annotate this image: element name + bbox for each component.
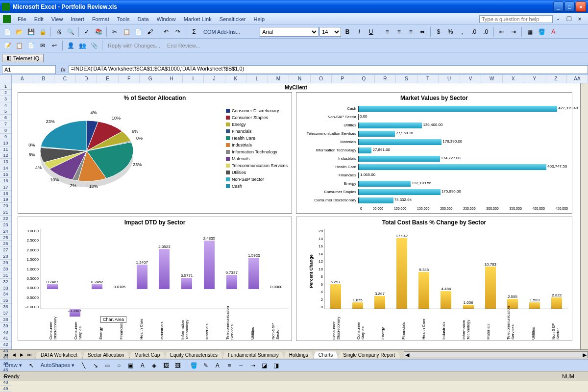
bold-button[interactable]: B bbox=[342, 26, 353, 37]
autosum-icon[interactable]: Σ bbox=[189, 26, 199, 37]
menu-data[interactable]: Data bbox=[133, 13, 152, 24]
3d-icon[interactable]: ◨ bbox=[271, 360, 282, 371]
format-painter-icon[interactable]: 🖌 bbox=[145, 26, 155, 37]
chart-cost-basis[interactable]: Total Cost Basis % Change by Sector Perc… bbox=[296, 217, 572, 341]
textbox-icon[interactable]: ▣ bbox=[125, 360, 136, 371]
select-object-icon[interactable]: ↖ bbox=[26, 360, 37, 371]
menu-help[interactable]: Help bbox=[249, 13, 269, 24]
fill-color-draw-icon[interactable]: 🪣 bbox=[189, 360, 199, 371]
diagram-icon[interactable]: ◈ bbox=[149, 360, 160, 371]
open-icon[interactable]: 📂 bbox=[14, 26, 24, 37]
copy-icon[interactable]: 📋 bbox=[121, 26, 132, 37]
borders-icon[interactable]: ▦ bbox=[524, 26, 535, 37]
review-icon-2[interactable]: 📋 bbox=[14, 40, 24, 51]
autoshapes-menu[interactable]: AutoShapes ▾ bbox=[38, 362, 77, 368]
picture-icon[interactable]: 🖼 bbox=[172, 360, 183, 371]
horizontal-scrollbar[interactable]: ◀▶ bbox=[404, 351, 588, 358]
vertical-scrollbar[interactable] bbox=[580, 83, 588, 349]
menu-sensiticker[interactable]: Sensiticker bbox=[216, 13, 250, 24]
row-headers[interactable]: 1234567891011121314151617181920212223242… bbox=[0, 83, 12, 349]
currency-icon[interactable]: $ bbox=[433, 26, 444, 37]
doc-icon[interactable] bbox=[3, 15, 11, 23]
doc-minimize-button[interactable]: - bbox=[553, 14, 564, 24]
review-icon-7[interactable]: 👥 bbox=[77, 40, 88, 51]
tab-first-icon[interactable]: ⏮ bbox=[2, 352, 10, 357]
line-style-icon[interactable]: ≡ bbox=[224, 360, 235, 371]
paste-icon[interactable]: 📄 bbox=[133, 26, 144, 37]
clipart-icon[interactable]: 🖼 bbox=[161, 360, 172, 371]
review-icon-4[interactable]: ✉ bbox=[37, 40, 48, 51]
menu-view[interactable]: View bbox=[48, 13, 67, 24]
chart-sector-allocation[interactable]: % of Sector Allocation 4%10%6%0%23%10%2%… bbox=[18, 92, 292, 214]
select-all-corner[interactable] bbox=[0, 75, 12, 83]
sheet-tab-market-cap[interactable]: Market Cap bbox=[129, 351, 166, 359]
sheet-tab-single-company-report[interactable]: Single Company Report bbox=[338, 351, 400, 359]
doc-close-button[interactable]: × bbox=[574, 14, 585, 24]
wordart-icon[interactable]: A bbox=[137, 360, 148, 371]
tab-next-icon[interactable]: ▶ bbox=[18, 352, 25, 357]
arrow-style-icon[interactable]: ⇢ bbox=[247, 360, 258, 371]
oval-icon[interactable]: ○ bbox=[114, 360, 124, 371]
font-color-draw-icon[interactable]: A bbox=[212, 360, 223, 371]
menu-marketlink[interactable]: Market Link bbox=[180, 13, 216, 24]
help-search-input[interactable] bbox=[479, 15, 553, 23]
dec-decimal-icon[interactable]: .0 bbox=[480, 26, 491, 37]
font-color-icon[interactable]: A bbox=[548, 26, 559, 37]
review-icon-8[interactable]: 📎 bbox=[89, 40, 99, 51]
align-left-icon[interactable]: ≡ bbox=[382, 26, 392, 37]
com-addins-button[interactable]: COM Add-Ins... bbox=[200, 29, 243, 35]
fill-color-icon[interactable]: 🪣 bbox=[536, 26, 547, 37]
comma-icon[interactable]: , bbox=[457, 26, 467, 37]
fx-icon[interactable]: fx bbox=[58, 67, 69, 73]
menu-edit[interactable]: Edit bbox=[30, 13, 48, 24]
redo-icon[interactable]: ↷ bbox=[172, 26, 183, 37]
percent-icon[interactable]: % bbox=[445, 26, 456, 37]
review-icon-6[interactable]: 👤 bbox=[65, 40, 76, 51]
italic-button[interactable]: I bbox=[354, 26, 365, 37]
cut-icon[interactable]: ✂ bbox=[109, 26, 120, 37]
font-name-select[interactable]: Arial bbox=[260, 27, 318, 37]
research-icon[interactable]: 📚 bbox=[93, 26, 104, 37]
menu-window[interactable]: Window bbox=[153, 13, 180, 24]
dec-indent-icon[interactable]: ⇤ bbox=[496, 26, 507, 37]
name-box[interactable] bbox=[2, 65, 56, 74]
inc-decimal-icon[interactable]: .0 bbox=[468, 26, 479, 37]
draw-menu[interactable]: Draw ▾ bbox=[2, 362, 25, 368]
arrow-icon[interactable]: ↘ bbox=[90, 360, 101, 371]
undo-icon[interactable]: ↶ bbox=[161, 26, 172, 37]
close-button[interactable]: × bbox=[576, 1, 586, 12]
sheet-tab-data-worksheet[interactable]: DATA Worksheet bbox=[35, 351, 83, 359]
maximize-button[interactable]: □ bbox=[564, 1, 575, 12]
shadow-icon[interactable]: ◪ bbox=[259, 360, 270, 371]
rectangle-icon[interactable]: ▭ bbox=[102, 360, 113, 371]
menu-tools[interactable]: Tools bbox=[113, 13, 134, 24]
line-icon[interactable]: ╲ bbox=[78, 360, 89, 371]
menu-format[interactable]: Format bbox=[88, 13, 113, 24]
dash-style-icon[interactable]: ┈ bbox=[236, 360, 246, 371]
telemet-button[interactable]: ◧ Telemet IQ bbox=[2, 54, 44, 62]
menu-insert[interactable]: Insert bbox=[67, 13, 88, 24]
permission-icon[interactable]: 🔒 bbox=[37, 26, 48, 37]
worksheet-canvas[interactable]: MyClient % of Sector Allocation 4%10%6%0… bbox=[12, 83, 580, 349]
inc-indent-icon[interactable]: ⇥ bbox=[508, 26, 519, 37]
chart-market-values[interactable]: Market Values by Sector Cash427,319.48No… bbox=[296, 92, 572, 214]
merge-icon[interactable]: ⬌ bbox=[417, 26, 428, 37]
chart-impact-dtd[interactable]: Impact DTD by Sector 3.00002.50002.00001… bbox=[18, 217, 292, 341]
new-icon[interactable]: 📄 bbox=[2, 26, 13, 37]
underline-button[interactable]: U bbox=[366, 26, 376, 37]
align-center-icon[interactable]: ≡ bbox=[393, 26, 404, 37]
line-color-icon[interactable]: ✎ bbox=[200, 360, 211, 371]
column-headers[interactable]: ABCDEFGHIJKLMNOPQRSTUVWXYZAA bbox=[12, 75, 588, 83]
save-icon[interactable]: 💾 bbox=[25, 26, 36, 37]
sheet-tab-sector-allocation[interactable]: Sector Allocation bbox=[82, 351, 130, 359]
tab-last-icon[interactable]: ⏭ bbox=[25, 352, 33, 357]
sheet-tab-holdings[interactable]: Holdings bbox=[284, 351, 314, 359]
doc-restore-button[interactable]: ❐ bbox=[564, 14, 574, 24]
spell-icon[interactable]: ✓ bbox=[81, 26, 92, 37]
preview-icon[interactable]: 🔍 bbox=[65, 26, 76, 37]
menu-file[interactable]: File bbox=[14, 13, 30, 24]
minimize-button[interactable]: _ bbox=[553, 1, 564, 12]
print-icon[interactable]: 🖨 bbox=[53, 26, 64, 37]
sheet-tab-equity-characteristics[interactable]: Equity Characteristics bbox=[165, 351, 223, 359]
align-right-icon[interactable]: ≡ bbox=[405, 26, 416, 37]
